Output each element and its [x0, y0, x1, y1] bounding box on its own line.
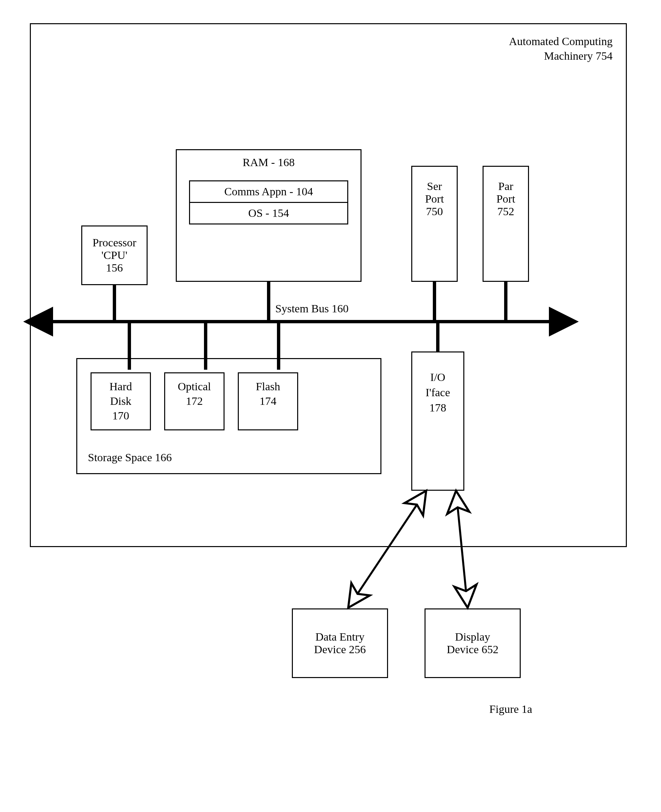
- serial-port-box: Ser Port 750: [411, 166, 458, 282]
- hd-l3: 170: [112, 410, 129, 422]
- disp-l1: Display: [455, 631, 490, 643]
- hd-l1: Hard: [109, 380, 132, 392]
- processor-label: Processor: [93, 236, 136, 249]
- processor-ref: 156: [106, 262, 123, 274]
- ram-box: RAM - 168 Comms Appn - 104 OS - 154: [176, 149, 361, 282]
- os-box: OS - 154: [189, 203, 348, 225]
- fl-l1: Flash: [256, 380, 280, 392]
- display-device-box: Display Device 652: [425, 608, 521, 678]
- parport-l3: 752: [498, 205, 514, 218]
- io-interface-box: I/O I'face 178: [411, 351, 464, 491]
- comms-appn-box: Comms Appn - 104: [189, 180, 348, 203]
- data-entry-device-box: Data Entry Device 256: [292, 608, 388, 678]
- processor-box: Processor 'CPU' 156: [81, 225, 148, 285]
- serport-l2: Port: [425, 193, 444, 205]
- flash-box: Flash 174: [238, 372, 298, 431]
- parallel-port-box: Par Port 752: [482, 166, 529, 282]
- outer-title-line1: Automated Computing: [509, 35, 613, 48]
- outer-title-line2: Machinery 754: [544, 50, 613, 62]
- ram-inner: Comms Appn - 104 OS - 154: [189, 180, 348, 225]
- optical-box: Optical 172: [164, 372, 225, 431]
- serport-l1: Ser: [427, 180, 442, 193]
- io-l1: I/O: [430, 370, 445, 385]
- opt-l2: 172: [186, 395, 203, 407]
- outer-title: Automated Computing Machinery 754: [509, 34, 613, 63]
- serport-l3: 750: [426, 205, 443, 218]
- de-l1: Data Entry: [315, 631, 364, 643]
- processor-cpu: 'CPU': [102, 249, 127, 262]
- disp-l2: Device 652: [447, 643, 498, 656]
- parport-l2: Port: [497, 193, 516, 205]
- hd-l2: Disk: [110, 395, 131, 407]
- storage-items: Hard Disk 170 Optical 172 Flash 174: [91, 372, 298, 431]
- storage-label: Storage Space 166: [88, 451, 172, 464]
- io-l2: I'face: [426, 385, 450, 400]
- system-bus-label: System Bus 160: [275, 302, 348, 315]
- opt-l1: Optical: [178, 380, 211, 392]
- figure-label: Figure 1a: [477, 703, 544, 716]
- diagram: Automated Computing Machinery 754 Proces…: [13, 13, 643, 776]
- ram-title: RAM - 168: [243, 156, 295, 169]
- storage-space-box: Hard Disk 170 Optical 172 Flash 174 Stor…: [76, 358, 382, 474]
- hard-disk-box: Hard Disk 170: [91, 372, 151, 431]
- io-l3: 178: [429, 400, 446, 415]
- parport-l1: Par: [498, 180, 513, 193]
- de-l2: Device 256: [314, 643, 366, 656]
- fl-l2: 174: [260, 395, 276, 407]
